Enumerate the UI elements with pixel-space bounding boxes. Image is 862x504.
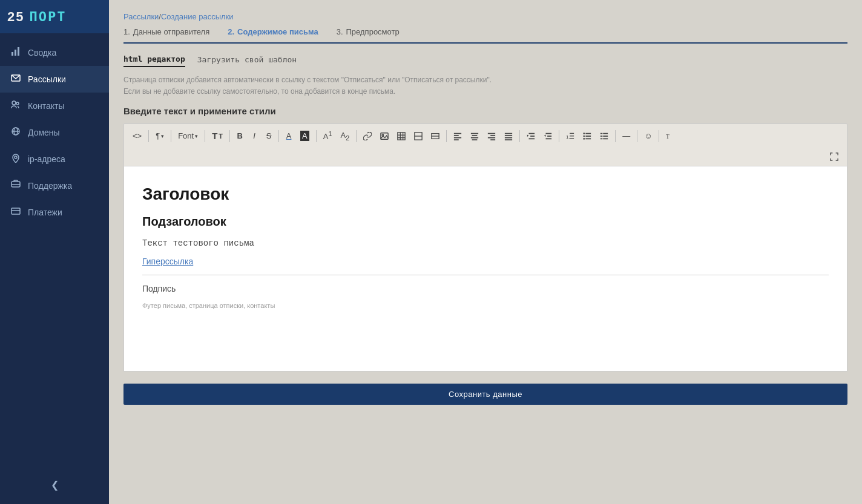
italic-button[interactable]: I	[248, 129, 261, 143]
variable-button[interactable]: T_	[662, 129, 678, 143]
image-button[interactable]	[377, 129, 392, 143]
svg-rect-42	[529, 138, 535, 139]
svg-rect-36	[505, 133, 512, 134]
sidebar-label-domeny: Домены	[28, 128, 60, 137]
chart-icon	[10, 47, 22, 59]
bold-button[interactable]: B	[233, 129, 246, 143]
step-2[interactable]: 2.Содержимое письма	[228, 27, 318, 36]
paragraph-button[interactable]: ¶	[152, 129, 168, 143]
svg-rect-41	[530, 136, 535, 137]
ip-icon	[10, 153, 22, 165]
svg-rect-32	[488, 133, 495, 134]
code-button[interactable]: <>	[129, 129, 145, 143]
ordered-list-button[interactable]: 1.	[562, 129, 578, 143]
superscript-button[interactable]: A1	[320, 128, 336, 143]
sidebar-item-svodka[interactable]: Сводка	[0, 39, 109, 66]
tab-html-editor[interactable]: html редактор	[123, 54, 185, 67]
breadcrumb-base[interactable]: Рассылки	[123, 12, 159, 21]
svg-rect-45	[547, 136, 551, 137]
svg-rect-15	[398, 132, 405, 139]
svg-rect-59	[600, 136, 603, 137]
sidebar-item-domeny[interactable]: Домены	[0, 119, 109, 146]
doc-body-text: Текст тестового письма	[142, 238, 829, 248]
collapse-button[interactable]: ❮	[0, 472, 109, 498]
sidebar: 25 ПОРТ Сводка Рассылки Контакты	[0, 0, 109, 504]
doc-heading: Заголовок	[142, 185, 829, 204]
svg-rect-51	[570, 138, 574, 139]
editor-area[interactable]: Заголовок Подзаголовок Текст тестового п…	[123, 166, 847, 371]
info-line1: Страница отписки добавится автоматически…	[123, 74, 847, 86]
align-left-icon	[453, 132, 462, 140]
link-icon	[363, 132, 372, 140]
font-bg-button[interactable]: A	[297, 128, 313, 143]
svg-rect-44	[546, 133, 552, 134]
svg-rect-0	[12, 52, 13, 56]
toolbar: <> ¶ Font TT B I S A A A1 A2	[123, 123, 847, 147]
step-3[interactable]: 3.Предпросмотр	[337, 27, 400, 36]
unordered-list-button[interactable]	[579, 129, 595, 143]
separator-10	[559, 130, 559, 142]
sidebar-item-platezhi[interactable]: Платежи	[0, 199, 109, 226]
svg-rect-26	[454, 137, 461, 138]
indent-decrease-icon	[544, 132, 552, 140]
svg-text:1.: 1.	[566, 134, 570, 139]
editor-tabs: html редактор Загрузить свой шаблон	[123, 54, 847, 67]
doc-link[interactable]: Гиперссылка	[142, 257, 829, 266]
indent-increase-button[interactable]	[523, 129, 539, 143]
contacts-icon	[10, 100, 22, 112]
font-button[interactable]: Font	[174, 129, 202, 143]
separator-6	[316, 130, 317, 142]
svg-point-9	[15, 156, 17, 159]
hrule-button[interactable]	[427, 129, 443, 143]
subscript-button[interactable]: A2	[337, 128, 353, 144]
tab-template[interactable]: Загрузить свой шаблон	[197, 55, 297, 67]
svg-rect-30	[471, 137, 478, 138]
svg-rect-58	[600, 133, 603, 134]
font-size-button[interactable]: TT	[208, 128, 226, 143]
sidebar-label-svodka: Сводка	[28, 48, 56, 57]
indent-increase-icon	[527, 132, 535, 140]
list-style-button[interactable]	[596, 129, 612, 143]
svg-rect-50	[570, 136, 574, 136]
hrule3-button[interactable]: —	[619, 129, 634, 143]
logo-25: 25	[7, 9, 24, 24]
sidebar-nav: Сводка Рассылки Контакты Домены ip-адрес…	[0, 33, 109, 472]
svg-rect-62	[603, 136, 608, 137]
align-left-button[interactable]	[450, 129, 466, 143]
sidebar-item-podderzhka[interactable]: Поддержка	[0, 172, 109, 199]
svg-rect-35	[490, 139, 495, 140]
svg-rect-49	[570, 133, 574, 133]
svg-rect-28	[471, 133, 478, 134]
fullscreen-editor-button[interactable]	[826, 150, 842, 163]
svg-rect-29	[472, 135, 478, 136]
separator-1	[148, 130, 149, 142]
svg-rect-33	[490, 135, 495, 136]
svg-point-4	[12, 101, 16, 105]
link-button[interactable]	[360, 129, 375, 143]
svg-point-52	[584, 133, 585, 134]
separator-7	[356, 130, 357, 142]
hrule-special-button[interactable]	[410, 129, 426, 143]
font-color-button[interactable]: A	[282, 129, 295, 143]
sidebar-item-rassylki[interactable]: Рассылки	[0, 66, 109, 93]
separator-12	[637, 130, 637, 142]
save-button[interactable]: Сохранить данные	[123, 384, 847, 405]
separator-4	[229, 130, 230, 142]
svg-rect-34	[488, 137, 495, 138]
strike-button[interactable]: S	[262, 129, 275, 143]
svg-point-53	[584, 135, 585, 137]
breadcrumb-current[interactable]: Создание рассылки	[161, 12, 234, 21]
sidebar-item-ip[interactable]: ip-адреса	[0, 146, 109, 172]
emoji-button[interactable]: ☺	[640, 129, 656, 143]
sidebar-label-rassylki: Рассылки	[28, 74, 66, 84]
align-justify-button[interactable]	[501, 129, 516, 143]
sidebar-label-kontakty: Контакты	[28, 101, 64, 111]
table-button[interactable]	[393, 129, 409, 143]
sidebar-item-kontakty[interactable]: Контакты	[0, 93, 109, 119]
align-center-button[interactable]	[467, 129, 482, 143]
indent-decrease-button[interactable]	[540, 129, 556, 143]
step-1[interactable]: 1.Данные отправителя	[123, 27, 209, 36]
info-text: Страница отписки добавится автоматически…	[123, 74, 847, 97]
svg-rect-37	[505, 135, 512, 136]
align-right-button[interactable]	[484, 129, 499, 143]
